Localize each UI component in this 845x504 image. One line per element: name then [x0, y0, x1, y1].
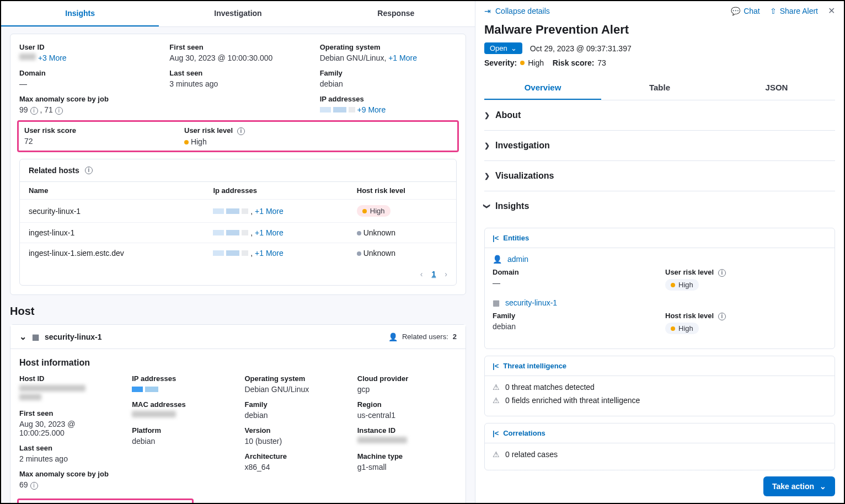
- host-first-seen-value: Aug 30, 2023 @ 10:00:25.000: [19, 420, 119, 437]
- entity-family-value: debian: [493, 322, 654, 331]
- tab-response[interactable]: Response: [317, 1, 475, 26]
- warning-icon: ⚠: [493, 450, 500, 459]
- host-os-label: Operating system: [245, 374, 344, 383]
- entity-user-link[interactable]: admin: [507, 255, 528, 264]
- info-icon[interactable]: i: [237, 127, 245, 135]
- table-row: ingest-linux-1 , +1 More Unknown: [20, 223, 456, 243]
- host-name[interactable]: ingest-linux-1: [20, 223, 204, 243]
- family-label: Family: [320, 69, 457, 77]
- os-value: Debian GNU/Linux,: [320, 53, 387, 62]
- max-anomaly-label: Max anomaly score by job: [19, 95, 156, 103]
- user-risk-level-label: User risk level: [184, 126, 233, 135]
- related-hosts-card: Related hosts i Name Ip addresses Host r…: [19, 159, 457, 286]
- page-number[interactable]: 1: [432, 270, 436, 278]
- corr-header[interactable]: |<Correlations: [485, 423, 835, 443]
- next-page-icon[interactable]: ›: [445, 270, 447, 278]
- info-icon[interactable]: i: [85, 167, 93, 174]
- host-version-value: 10 (buster): [245, 437, 344, 446]
- os-more-link[interactable]: +1 More: [388, 53, 417, 62]
- ip-label: IP addresses: [320, 95, 457, 103]
- close-icon[interactable]: ✕: [828, 6, 835, 16]
- entities-header[interactable]: |<Entities: [485, 228, 835, 248]
- entity-user-risk-badge: High: [665, 279, 699, 291]
- ip-more-link[interactable]: +1 More: [255, 207, 284, 216]
- col-risk[interactable]: Host risk level: [348, 182, 456, 200]
- chat-button[interactable]: 💬Chat: [731, 7, 760, 15]
- user-icon: 👤: [388, 333, 398, 341]
- related-hosts-title: Related hosts: [29, 166, 79, 175]
- correlations-card: |<Correlations ⚠0 related cases: [484, 423, 835, 470]
- host-max-anomaly-value: 69: [19, 480, 28, 489]
- severity-value: High: [528, 58, 544, 67]
- host-arch-label: Architecture: [245, 452, 344, 460]
- host-os-value: Debian GNU/Linux: [245, 385, 344, 394]
- info-icon[interactable]: i: [30, 482, 38, 490]
- main-tabs: Insights Investigation Response: [1, 1, 475, 27]
- entity-host-risk-badge: High: [665, 323, 699, 334]
- host-id-label: Host ID: [19, 374, 119, 383]
- warning-icon: ⚠: [493, 396, 500, 405]
- info-icon[interactable]: i: [55, 107, 63, 115]
- collapse-left-icon: |<: [493, 362, 499, 370]
- entity-domain-label: Domain: [493, 268, 654, 276]
- collapse-details-button[interactable]: ⇥ Collapse details: [484, 7, 550, 15]
- ip-redacted: [213, 230, 248, 235]
- chevron-down-icon: ⌄: [511, 44, 517, 52]
- accordion-visualizations[interactable]: ❯Visualizations: [484, 161, 835, 191]
- rp-tab-json[interactable]: JSON: [718, 76, 835, 100]
- col-name[interactable]: Name: [20, 182, 204, 200]
- related-hosts-table: Name Ip addresses Host risk level securi…: [20, 181, 456, 263]
- host-instance-label: Instance ID: [357, 426, 457, 435]
- col-ip[interactable]: Ip addresses: [204, 182, 347, 200]
- host-id-redacted-2: x: [19, 394, 41, 400]
- host-family-label: Family: [245, 400, 344, 409]
- host-region-value: us-central1: [357, 411, 457, 420]
- host-ip-label: IP addresses: [132, 374, 231, 383]
- share-alert-button[interactable]: ⇧Share Alert: [770, 7, 818, 15]
- host-name[interactable]: ingest-linux-1.siem.estc.dev: [20, 243, 204, 264]
- chat-icon: 💬: [731, 7, 740, 15]
- tab-insights[interactable]: Insights: [1, 1, 159, 26]
- entities-card: |<Entities 👤admin Domain — User risk lev…: [484, 228, 835, 349]
- user-id-more-link[interactable]: +3 More: [38, 53, 67, 62]
- prev-page-icon[interactable]: ‹: [420, 270, 423, 278]
- left-panel: Insights Investigation Response User ID …: [1, 1, 475, 503]
- pagination: ‹ 1 ›: [20, 263, 456, 285]
- host-family-value: debian: [245, 411, 344, 420]
- entity-host-link[interactable]: security-linux-1: [505, 298, 557, 307]
- rp-tab-overview[interactable]: Overview: [484, 76, 601, 100]
- host-mac-label: MAC addresses: [132, 400, 231, 409]
- user-icon: 👤: [493, 255, 502, 264]
- host-id-redacted: x: [19, 385, 85, 392]
- first-seen-label: First seen: [169, 43, 306, 51]
- ip-more-link[interactable]: +1 More: [255, 249, 284, 258]
- tab-investigation[interactable]: Investigation: [159, 1, 317, 26]
- accordion-insights[interactable]: ❯Insights: [484, 191, 835, 221]
- ip-more-link[interactable]: +1 More: [255, 228, 284, 237]
- ip-value-redacted: [320, 107, 355, 112]
- entity-family-label: Family: [493, 312, 654, 320]
- user-id-value-redacted: x: [19, 53, 36, 60]
- host-name[interactable]: security-linux-1: [20, 200, 204, 223]
- ti-header[interactable]: |<Threat intelligence: [485, 356, 835, 376]
- take-action-button[interactable]: Take action ⌄: [763, 476, 835, 496]
- toggle-icon[interactable]: [19, 331, 26, 342]
- ti-row-1: 0 threat matches detected: [505, 383, 595, 392]
- info-icon[interactable]: i: [718, 269, 726, 277]
- accordion-about[interactable]: ❯About: [484, 100, 835, 131]
- max-anomaly-value-1: 99: [19, 105, 28, 114]
- family-value: debian: [320, 79, 457, 88]
- table-row: security-linux-1 , +1 More High: [20, 200, 456, 223]
- status-open-button[interactable]: Open⌄: [484, 42, 522, 54]
- os-label: Operating system: [320, 43, 457, 51]
- info-icon[interactable]: i: [718, 313, 726, 320]
- risk-unknown: Unknown: [363, 249, 395, 258]
- related-users-count: 2: [453, 333, 457, 341]
- rp-tab-table[interactable]: Table: [601, 76, 718, 100]
- ip-more-link[interactable]: +9 More: [357, 105, 386, 114]
- info-icon[interactable]: i: [30, 107, 38, 115]
- alert-timestamp: Oct 29, 2023 @ 09:37:31.397: [530, 44, 632, 53]
- accordion-investigation[interactable]: ❯Investigation: [484, 131, 835, 161]
- user-risk-highlight: User risk score 72 User risk level i Hig…: [17, 120, 459, 152]
- host-icon: ▦: [493, 298, 500, 307]
